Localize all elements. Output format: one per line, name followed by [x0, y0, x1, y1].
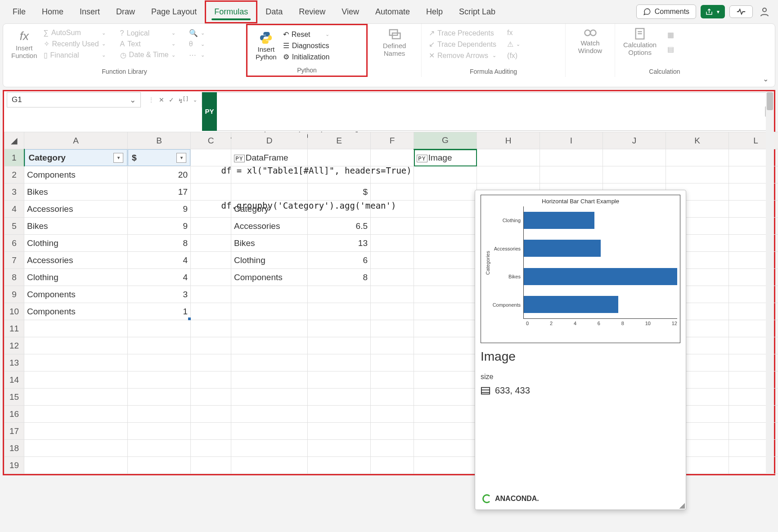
- enter-icon[interactable]: ✓: [169, 96, 174, 103]
- tab-page-layout[interactable]: Page Layout: [143, 2, 205, 22]
- show-formulas-icon[interactable]: fx: [504, 27, 523, 38]
- cell-D8[interactable]: Components: [231, 269, 308, 286]
- trace-precedents-button[interactable]: ↗Trace Precedents: [426, 27, 499, 39]
- comments-button[interactable]: Comments: [636, 4, 696, 19]
- cell-A10[interactable]: Components: [24, 303, 128, 320]
- cell-A3[interactable]: Bikes: [24, 183, 128, 201]
- cell-C7[interactable]: [191, 252, 231, 269]
- formula-bar[interactable]: ⌄ #Announcing Python in Excel! df = xl("…: [217, 92, 772, 131]
- tab-insert[interactable]: Insert: [72, 2, 108, 22]
- cell-F11[interactable]: [371, 320, 414, 337]
- initialization-button[interactable]: ⚙Initialization: [280, 51, 333, 63]
- cell-E18[interactable]: [308, 440, 371, 457]
- row-header[interactable]: 3: [4, 183, 24, 201]
- cell-B16[interactable]: [128, 406, 191, 423]
- cell-F8[interactable]: [371, 269, 414, 286]
- cell-B6[interactable]: 8: [128, 235, 191, 252]
- cell-A4[interactable]: Accessories: [24, 201, 128, 218]
- cell-B12[interactable]: [128, 337, 191, 354]
- math-icon[interactable]: θ ⌄: [186, 39, 207, 49]
- col-header-K[interactable]: K: [666, 132, 729, 149]
- cell-G11[interactable]: [414, 320, 477, 337]
- row-header[interactable]: 6: [4, 235, 24, 252]
- fill-handle[interactable]: [188, 317, 191, 320]
- cell-C10[interactable]: [191, 303, 231, 320]
- cell-B17[interactable]: [128, 423, 191, 440]
- cell-B9[interactable]: 3: [128, 286, 191, 303]
- cell-F19[interactable]: [371, 457, 414, 474]
- cell-G13[interactable]: [414, 354, 477, 371]
- cell-E19[interactable]: [308, 457, 371, 474]
- cell-B14[interactable]: [128, 371, 191, 389]
- diagnostics-button[interactable]: ☰Diagnostics: [280, 40, 333, 51]
- autosum-button[interactable]: ∑AutoSum⌄: [41, 27, 108, 38]
- cell-G17[interactable]: [414, 423, 477, 440]
- cell-E11[interactable]: [308, 320, 371, 337]
- cell-G19[interactable]: [414, 457, 477, 474]
- filter-button[interactable]: ▾: [176, 153, 186, 163]
- cell-D18[interactable]: [231, 440, 308, 457]
- cell-B13[interactable]: [128, 354, 191, 371]
- reset-button[interactable]: ↶Reset⌄: [280, 29, 333, 40]
- more-icon[interactable]: ⋯ ⌄: [186, 49, 207, 61]
- col-header-H[interactable]: H: [477, 132, 540, 149]
- tab-draw[interactable]: Draw: [108, 2, 143, 22]
- chevron-down-icon[interactable]: ⌄: [193, 97, 197, 103]
- cell-C15[interactable]: [191, 389, 231, 406]
- cell-A5[interactable]: Bikes: [24, 218, 128, 235]
- ribbon-collapse-button[interactable]: ⌄: [763, 75, 769, 83]
- date-time-button[interactable]: ◷Date & Time⌄: [117, 49, 178, 61]
- trace-dependents-button[interactable]: ↙Trace Dependents: [426, 39, 499, 50]
- row-header[interactable]: 12: [4, 337, 24, 354]
- cell-A14[interactable]: [24, 371, 128, 389]
- cell-F13[interactable]: [371, 354, 414, 371]
- cell-E15[interactable]: [308, 389, 371, 406]
- cell-A15[interactable]: [24, 389, 128, 406]
- cell-B10[interactable]: 1: [128, 303, 191, 320]
- cell-D10[interactable]: [231, 303, 308, 320]
- cell-B4[interactable]: 9: [128, 201, 191, 218]
- cell-C11[interactable]: [191, 320, 231, 337]
- row-header[interactable]: 17: [4, 423, 24, 440]
- cell-G16[interactable]: [414, 406, 477, 423]
- text-button[interactable]: AText⌄: [117, 39, 178, 49]
- col-header-I[interactable]: I: [540, 132, 603, 149]
- col-header-F[interactable]: F: [371, 132, 414, 149]
- cell-F12[interactable]: [371, 337, 414, 354]
- remove-arrows-button[interactable]: ✕Remove Arrows⌄: [426, 50, 499, 61]
- cell-D9[interactable]: [231, 286, 308, 303]
- cell-C17[interactable]: [191, 423, 231, 440]
- recently-used-button[interactable]: ✧Recently Used⌄: [41, 38, 108, 49]
- calculation-options-button[interactable]: Calculation Options: [620, 27, 660, 56]
- row-header[interactable]: 11: [4, 320, 24, 337]
- col-header-A[interactable]: A: [24, 132, 128, 149]
- vertical-scrollbar[interactable]: [766, 91, 774, 474]
- row-header[interactable]: 19: [4, 457, 24, 474]
- insert-python-button[interactable]: Insert Python: [252, 29, 280, 63]
- row-header[interactable]: 2: [4, 166, 24, 183]
- row-header[interactable]: 1: [4, 149, 24, 166]
- cell-F9[interactable]: [371, 286, 414, 303]
- cell-A2[interactable]: Components: [24, 166, 128, 183]
- cancel-icon[interactable]: ✕: [159, 96, 164, 103]
- cell-D13[interactable]: [231, 354, 308, 371]
- cell-C19[interactable]: [191, 457, 231, 474]
- financial-button[interactable]: ▯Financial⌄: [41, 49, 108, 61]
- col-header-B[interactable]: B: [128, 132, 191, 149]
- cell-G8[interactable]: [414, 269, 477, 286]
- cell-C14[interactable]: [191, 371, 231, 389]
- cell-C8[interactable]: [191, 269, 231, 286]
- cell-G15[interactable]: [414, 389, 477, 406]
- name-box[interactable]: G1 ⌄: [7, 92, 141, 107]
- cell-D14[interactable]: [231, 371, 308, 389]
- tab-home[interactable]: Home: [34, 2, 72, 22]
- col-header-E[interactable]: E: [308, 132, 371, 149]
- cell-B2[interactable]: 20: [128, 166, 191, 183]
- tab-review[interactable]: Review: [291, 2, 333, 22]
- row-header[interactable]: 13: [4, 354, 24, 371]
- cell-D7[interactable]: Clothing: [231, 252, 308, 269]
- tab-file[interactable]: File: [4, 2, 34, 22]
- cell-A19[interactable]: [24, 457, 128, 474]
- cell-E8[interactable]: 8: [308, 269, 371, 286]
- cell-A1[interactable]: Category▾: [24, 149, 128, 166]
